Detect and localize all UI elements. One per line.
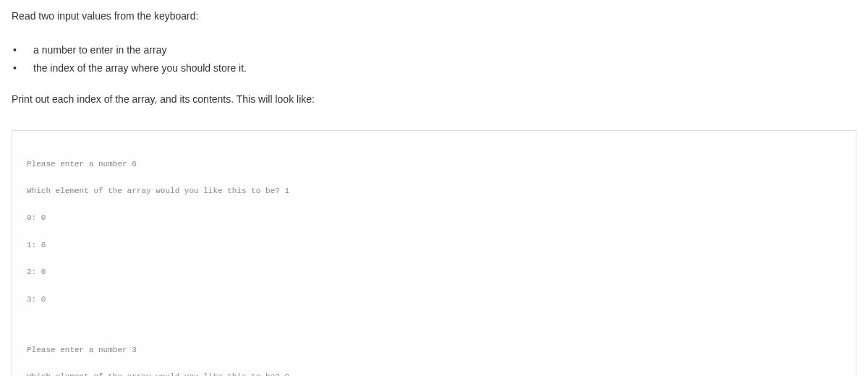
code-line: Please enter a number 3 (27, 343, 841, 357)
code-line: 3: 0 (27, 293, 841, 307)
bullet-list: a number to enter in the array the index… (12, 43, 856, 76)
code-line: 1: 6 (27, 239, 841, 252)
intro-text: Read two input values from the keyboard: (12, 9, 856, 24)
list-item: a number to enter in the array (12, 43, 856, 58)
code-output-block: Please enter a number 6 Which element of… (12, 130, 856, 376)
code-line: Which element of the array would you lik… (27, 184, 841, 198)
code-line: 2: 0 (27, 265, 841, 279)
code-line: Which element of the array would you lik… (27, 370, 841, 376)
code-line: 0: 0 (27, 211, 841, 225)
code-line: Please enter a number 6 (27, 158, 841, 171)
pre-code-text: Print out each index of the array, and i… (12, 92, 856, 107)
list-item: the index of the array where you should … (12, 61, 856, 76)
